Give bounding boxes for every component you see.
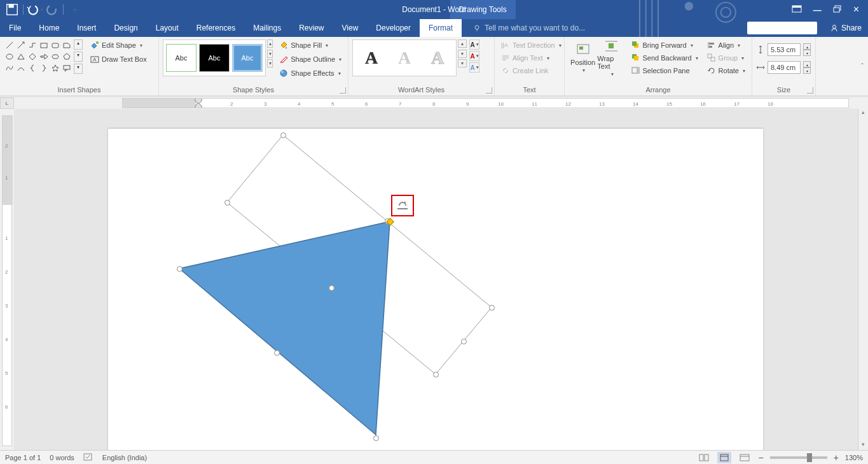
shape-oval-icon[interactable] bbox=[4, 51, 15, 62]
style-thumb-2[interactable]: Abc bbox=[199, 44, 230, 72]
bring-forward-button[interactable]: Bring Forward▾ bbox=[629, 39, 701, 51]
save-button[interactable] bbox=[5, 3, 19, 17]
group-button[interactable]: Group▾ bbox=[705, 52, 748, 64]
vertex-left[interactable] bbox=[177, 266, 183, 272]
tab-design[interactable]: Design bbox=[105, 19, 146, 37]
tab-layout[interactable]: Layout bbox=[147, 19, 188, 37]
view-print-layout[interactable] bbox=[717, 452, 731, 463]
wrap-text-button[interactable]: Wrap Text▾ bbox=[597, 39, 626, 76]
position-button[interactable]: Position▾ bbox=[568, 39, 597, 76]
rotate-button[interactable]: Rotate▾ bbox=[705, 65, 748, 76]
handle-mid-r[interactable] bbox=[461, 339, 467, 344]
shape-freeform-icon[interactable] bbox=[4, 62, 15, 74]
ruler-h-track[interactable]: 121 234 567 8910 111213 141516 1718 bbox=[122, 98, 849, 108]
wordart-thumb-1[interactable]: A bbox=[355, 44, 387, 72]
style-more[interactable]: ▾ bbox=[267, 59, 273, 67]
zoom-slider[interactable] bbox=[770, 456, 827, 459]
shape-elbow-icon[interactable] bbox=[27, 39, 38, 51]
tab-format[interactable]: Format bbox=[420, 19, 462, 37]
tab-file[interactable]: File bbox=[0, 19, 30, 37]
tab-review[interactable]: Review bbox=[290, 19, 333, 37]
shape-rectangle-icon[interactable] bbox=[38, 39, 50, 51]
minimize-button[interactable]: — bbox=[813, 5, 822, 15]
handle-top[interactable] bbox=[280, 132, 286, 138]
shape-star-icon[interactable] bbox=[50, 62, 61, 74]
align-text-button[interactable]: Align Text▾ bbox=[499, 52, 564, 64]
size-launcher[interactable] bbox=[807, 87, 813, 94]
ruler-horizontal[interactable]: L 121 234 567 8910 111213 141516 1718 bbox=[0, 97, 868, 109]
tab-view[interactable]: View bbox=[333, 19, 368, 37]
wa-more[interactable]: ▾ bbox=[458, 59, 467, 67]
shape-styles-launcher[interactable] bbox=[340, 87, 346, 94]
selected-shape[interactable] bbox=[169, 126, 499, 451]
status-spellcheck-icon[interactable] bbox=[83, 453, 93, 463]
style-scroll-down[interactable]: ▾ bbox=[267, 50, 273, 58]
wa-scroll-down[interactable]: ▾ bbox=[458, 50, 467, 58]
qat-customize[interactable]: ▾ bbox=[67, 3, 81, 17]
tab-developer[interactable]: Developer bbox=[367, 19, 420, 37]
wordart-thumb-2[interactable]: A bbox=[389, 44, 420, 72]
scrollbar-vertical[interactable]: ▴ ▾ bbox=[858, 109, 868, 451]
shape-effects-button[interactable]: Shape Effects▾ bbox=[277, 67, 344, 79]
height-up[interactable]: ▴ bbox=[803, 43, 811, 50]
width-down[interactable]: ▾ bbox=[803, 67, 811, 74]
shape-fill-button[interactable]: Shape Fill▾ bbox=[277, 39, 344, 51]
ruler-vertical[interactable]: 21123456 bbox=[0, 109, 14, 451]
collapse-ribbon-button[interactable]: ˆ bbox=[857, 62, 868, 71]
document-page[interactable] bbox=[108, 128, 763, 459]
view-web-layout[interactable] bbox=[738, 452, 752, 463]
layout-options-button[interactable] bbox=[391, 195, 414, 216]
text-outline-button[interactable]: A▾ bbox=[469, 51, 479, 61]
share-button[interactable]: Share bbox=[823, 19, 868, 37]
width-up[interactable]: ▴ bbox=[803, 61, 811, 67]
text-fill-button[interactable]: A▾ bbox=[469, 39, 479, 50]
zoom-in[interactable]: + bbox=[834, 453, 839, 463]
shape-line-arrow-icon[interactable] bbox=[15, 39, 27, 51]
shape-pentagon-icon[interactable] bbox=[61, 51, 72, 62]
shape-curve-icon[interactable] bbox=[15, 62, 27, 74]
shape-arrow-icon[interactable] bbox=[38, 51, 50, 62]
tell-me-search[interactable]: Tell me what you want to do... bbox=[462, 19, 747, 37]
selection-pane-button[interactable]: Selection Pane bbox=[629, 65, 701, 76]
zoom-level[interactable]: 130% bbox=[845, 454, 863, 461]
gallery-scroll-up[interactable]: ▴ bbox=[74, 39, 83, 50]
handle-left[interactable] bbox=[224, 200, 230, 206]
shape-callout-icon[interactable] bbox=[61, 62, 72, 74]
status-page[interactable]: Page 1 of 1 bbox=[5, 454, 41, 461]
gallery-more[interactable]: ▾ bbox=[74, 64, 83, 74]
wordart-gallery[interactable]: A A A bbox=[352, 39, 457, 76]
shape-diamond-icon[interactable] bbox=[27, 51, 38, 62]
close-button[interactable]: × bbox=[853, 4, 859, 15]
shape-hexagon-icon[interactable] bbox=[50, 51, 61, 62]
gallery-scroll-down[interactable]: ▾ bbox=[74, 52, 83, 62]
shapes-gallery[interactable] bbox=[4, 39, 72, 74]
create-link-button[interactable]: Create Link bbox=[499, 65, 564, 76]
style-scroll-up[interactable]: ▴ bbox=[267, 39, 273, 48]
shape-line-icon[interactable] bbox=[4, 39, 15, 51]
shape-width-input[interactable]: 8.49 cm ▴▾ bbox=[756, 61, 811, 74]
edit-shape-button[interactable]: Edit Shape▾ bbox=[88, 39, 149, 51]
tab-references[interactable]: References bbox=[188, 19, 244, 37]
handle-right[interactable] bbox=[489, 305, 495, 311]
shape-outline-button[interactable]: Shape Outline▾ bbox=[277, 53, 344, 65]
zoom-out[interactable]: − bbox=[758, 453, 763, 463]
style-thumb-3[interactable]: Abc bbox=[232, 44, 263, 72]
ribbon-display-options-icon[interactable] bbox=[792, 5, 802, 15]
tab-mailings[interactable]: Mailings bbox=[244, 19, 290, 37]
restore-button[interactable] bbox=[833, 5, 842, 15]
wordart-launcher[interactable] bbox=[486, 87, 492, 94]
status-language[interactable]: English (India) bbox=[102, 454, 147, 461]
wordart-thumb-3[interactable]: A bbox=[422, 44, 453, 72]
text-effects-button[interactable]: A▾ bbox=[469, 62, 479, 73]
shape-round-rect-icon[interactable] bbox=[50, 39, 61, 51]
send-backward-button[interactable]: Send Backward▾ bbox=[629, 52, 701, 64]
handle-mid-bl[interactable] bbox=[329, 285, 334, 291]
vertex-bottom[interactable] bbox=[373, 435, 379, 441]
view-read-mode[interactable] bbox=[697, 452, 711, 463]
shape-brace-right-icon[interactable] bbox=[38, 62, 50, 74]
vertex-mid[interactable] bbox=[274, 350, 280, 356]
text-direction-button[interactable]: ||AText Direction▾ bbox=[499, 39, 564, 51]
handle-bottom-right[interactable] bbox=[433, 372, 439, 377]
align-button[interactable]: Align▾ bbox=[705, 39, 748, 51]
tab-home[interactable]: Home bbox=[30, 19, 68, 37]
